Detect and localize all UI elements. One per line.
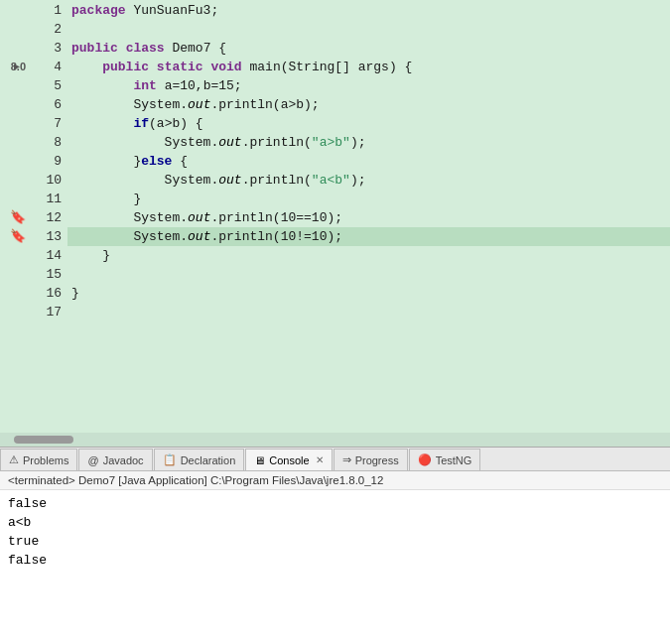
line-number-2: 2 bbox=[28, 20, 62, 39]
tab-testng[interactable]: 🔴TestNG bbox=[409, 449, 481, 470]
code-area[interactable]: package YunSuanFu3;public class Demo7 { … bbox=[67, 0, 670, 433]
scrollbar-thumb[interactable] bbox=[14, 436, 73, 444]
tab-label-console: Console bbox=[269, 454, 309, 466]
line-number-16: 16 bbox=[28, 284, 62, 303]
code-line-9: }else { bbox=[67, 152, 670, 171]
code-line-5: int a=10,b=15; bbox=[67, 76, 670, 95]
tab-label-declaration: Declaration bbox=[181, 454, 236, 466]
line-number-9: 9 bbox=[28, 152, 62, 171]
tab-icon-console: 🖥 bbox=[254, 454, 265, 466]
line-number-5: 5 bbox=[28, 76, 62, 95]
tab-close-console[interactable]: ✕ bbox=[316, 454, 324, 465]
code-line-10: System.out.println("a<b"); bbox=[67, 171, 670, 190]
bookmark-icon-12: 🔖 bbox=[10, 209, 26, 225]
console-line: false bbox=[8, 494, 662, 513]
line-number-12: 12 bbox=[28, 208, 62, 227]
code-line-7: if(a>b) { bbox=[67, 114, 670, 133]
code-line-4: public static void main(String[] args) { bbox=[67, 58, 670, 76]
tab-console[interactable]: 🖥Console✕ bbox=[245, 449, 332, 470]
line-number-1: 1 bbox=[28, 1, 62, 20]
tabs-bar: ⚠Problems@ Javadoc📋Declaration🖥Console✕⇒… bbox=[0, 448, 670, 471]
code-line-8: System.out.println("a>b"); bbox=[67, 133, 670, 152]
code-line-16: } bbox=[67, 284, 670, 303]
tab-label-javadoc: Javadoc bbox=[103, 454, 144, 466]
tab-declaration[interactable]: 📋Declaration bbox=[154, 449, 245, 470]
tab-progress[interactable]: ⇒Progress bbox=[334, 449, 408, 470]
fold-icon-4[interactable]: ▶ bbox=[14, 58, 20, 76]
editor-container: 8.0 🔖 🔖 1234▶567891011121314151617 packa… bbox=[0, 0, 670, 447]
code-line-3: public class Demo7 { bbox=[67, 39, 670, 58]
tab-javadoc[interactable]: @ Javadoc bbox=[78, 449, 152, 470]
line-number-4: 4▶ bbox=[28, 58, 62, 76]
code-line-11: } bbox=[67, 190, 670, 208]
tab-label-progress: Progress bbox=[355, 454, 399, 466]
tab-icon-testng: 🔴 bbox=[418, 453, 432, 466]
line-number-11: 11 bbox=[28, 190, 62, 208]
tab-icon-javadoc: @ bbox=[87, 454, 98, 466]
line-number-17: 17 bbox=[28, 303, 62, 322]
tab-icon-problems: ⚠ bbox=[9, 453, 19, 466]
line-number-10: 10 bbox=[28, 171, 62, 190]
tab-label-testng: TestNG bbox=[436, 454, 472, 466]
line-number-15: 15 bbox=[28, 265, 62, 284]
line-number-8: 8 bbox=[28, 133, 62, 152]
console-line: a<b bbox=[8, 513, 662, 532]
console-header: <terminated> Demo7 [Java Application] C:… bbox=[0, 471, 670, 490]
console-output: falsea<btruefalse bbox=[0, 490, 670, 644]
bottom-panel: ⚠Problems@ Javadoc📋Declaration🖥Console✕⇒… bbox=[0, 447, 670, 644]
horizontal-scrollbar[interactable] bbox=[0, 433, 670, 447]
line-number-7: 7 bbox=[28, 114, 62, 133]
code-line-13: System.out.println(10!=10); bbox=[67, 227, 670, 246]
code-line-12: System.out.println(10==10); bbox=[67, 208, 670, 227]
code-line-1: package YunSuanFu3; bbox=[67, 1, 670, 20]
editor-scroll-area: 8.0 🔖 🔖 1234▶567891011121314151617 packa… bbox=[0, 0, 670, 433]
tab-problems[interactable]: ⚠Problems bbox=[0, 449, 77, 470]
code-line-17 bbox=[67, 303, 670, 322]
line-number-14: 14 bbox=[28, 246, 62, 265]
line-number-3: 3 bbox=[28, 39, 62, 58]
tab-icon-declaration: 📋 bbox=[163, 453, 177, 466]
console-line: true bbox=[8, 532, 662, 551]
tab-label-problems: Problems bbox=[23, 454, 68, 466]
line-number-6: 6 bbox=[28, 95, 62, 114]
line-number-13: 13 bbox=[28, 227, 62, 246]
line-numbers: 1234▶567891011121314151617 bbox=[28, 0, 67, 433]
bookmark-icon-13: 🔖 bbox=[10, 228, 26, 244]
code-line-2 bbox=[67, 20, 670, 39]
tab-icon-progress: ⇒ bbox=[342, 453, 351, 466]
console-line: false bbox=[8, 551, 662, 570]
code-line-14: } bbox=[67, 246, 670, 265]
code-line-6: System.out.println(a>b); bbox=[67, 95, 670, 114]
code-line-15 bbox=[67, 265, 670, 284]
